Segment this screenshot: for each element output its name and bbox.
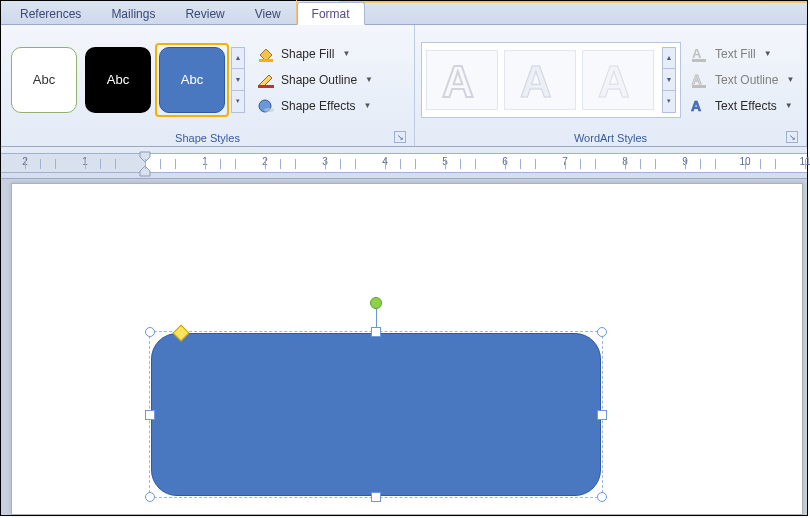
- horizontal-ruler-wrap: 2 1 1 2 3 4 5 6 7 8 9 10 11: [1, 147, 807, 179]
- ruler-tick: [175, 159, 176, 169]
- selection-outline: [149, 331, 603, 498]
- ruler-tick: [745, 159, 746, 169]
- ruler-tick: [400, 159, 401, 169]
- paint-bucket-icon: [257, 46, 275, 62]
- tab-references[interactable]: References: [5, 2, 96, 24]
- text-effects-icon: A: [691, 98, 709, 114]
- tab-format[interactable]: Format: [297, 2, 365, 25]
- shape-style-preset-1[interactable]: Abc: [11, 47, 77, 113]
- text-effects-button[interactable]: A Text Effects ▼: [687, 96, 798, 116]
- svg-text:A: A: [442, 57, 474, 106]
- resize-handle-mid-right[interactable]: [597, 410, 607, 420]
- tab-view[interactable]: View: [240, 2, 296, 24]
- resize-handle-bottom-mid[interactable]: [371, 492, 381, 502]
- tab-mailings[interactable]: Mailings: [96, 2, 170, 24]
- ruler-tick: [160, 159, 161, 169]
- ruler-tick: [520, 159, 521, 169]
- ruler-tick: [100, 159, 101, 169]
- shape-style-preset-2[interactable]: Abc: [85, 47, 151, 113]
- svg-text:A: A: [598, 57, 630, 106]
- ruler-tick: [640, 159, 641, 169]
- text-outline-label: Text Outline: [715, 73, 778, 87]
- ribbon: Abc Abc Abc ▲ ▼ ▾: [1, 25, 807, 147]
- ruler-tick: [415, 159, 416, 169]
- shape-style-preset-3[interactable]: Abc: [159, 47, 225, 113]
- ruler-tick: [685, 159, 686, 169]
- text-effects-label: Text Effects: [715, 99, 777, 113]
- wordart-scroll-up[interactable]: ▲: [662, 47, 676, 69]
- shape-style-gallery: Abc Abc Abc ▲ ▼ ▾: [7, 43, 245, 117]
- wordart-styles-dialog-launcher[interactable]: ↘: [786, 131, 798, 143]
- ruler-tick: [445, 159, 446, 169]
- text-fill-icon: A: [691, 46, 709, 62]
- svg-rect-8: [692, 59, 706, 62]
- ruler-tick: [505, 159, 506, 169]
- shape-outline-label: Shape Outline: [281, 73, 357, 87]
- wordart-gallery: A A A ▲ ▼ ▾: [421, 42, 681, 118]
- ruler-numbers: 2 1 1 2 3 4 5 6 7 8 9 10 11: [1, 156, 807, 172]
- resize-handle-bottom-right[interactable]: [597, 492, 607, 502]
- text-outline-button[interactable]: A Text Outline ▼: [687, 70, 798, 90]
- wordart-preset-2[interactable]: A: [504, 50, 576, 110]
- ruler-tick: [355, 159, 356, 169]
- svg-text:A: A: [692, 72, 702, 87]
- ruler-tick: [85, 159, 86, 169]
- dropdown-icon: ▼: [785, 101, 793, 110]
- gallery-scroll-down[interactable]: ▼: [231, 69, 245, 91]
- ruler-tick: [295, 159, 296, 169]
- resize-handle-top-left[interactable]: [145, 327, 155, 337]
- horizontal-ruler[interactable]: 2 1 1 2 3 4 5 6 7 8 9 10 11: [1, 153, 807, 173]
- group-label-shape-styles: Shape Styles ↘: [7, 130, 408, 146]
- ruler-tick: [40, 159, 41, 169]
- ruler-tick: [625, 159, 626, 169]
- ruler-tick: [265, 159, 266, 169]
- text-fill-button[interactable]: A Text Fill ▼: [687, 44, 798, 64]
- resize-handle-mid-left[interactable]: [145, 410, 155, 420]
- ruler-tick: [595, 159, 596, 169]
- shape-outline-button[interactable]: Shape Outline ▼: [253, 70, 377, 90]
- shape-fill-label: Shape Fill: [281, 47, 334, 61]
- gallery-scroll-up[interactable]: ▲: [231, 47, 245, 69]
- gallery-expand[interactable]: ▾: [231, 91, 245, 113]
- resize-handle-top-right[interactable]: [597, 327, 607, 337]
- text-outline-icon: A: [691, 72, 709, 88]
- shape-effects-button[interactable]: Shape Effects ▼: [253, 96, 377, 116]
- shape-effects-label: Shape Effects: [281, 99, 356, 113]
- ruler-tick: [220, 159, 221, 169]
- shape-style-gallery-spin: ▲ ▼ ▾: [231, 47, 245, 113]
- resize-handle-bottom-left[interactable]: [145, 492, 155, 502]
- svg-rect-1: [258, 85, 274, 88]
- ruler-tick: [580, 159, 581, 169]
- ruler-tick: [775, 159, 776, 169]
- shape-fill-button[interactable]: Shape Fill ▼: [253, 44, 377, 64]
- ruler-tick: [145, 159, 146, 169]
- contextual-tab-highlight: [339, 1, 807, 3]
- svg-point-3: [264, 108, 274, 112]
- rotate-handle[interactable]: [370, 297, 382, 309]
- shape-effects-icon: [257, 98, 275, 114]
- wordart-preset-1[interactable]: A: [426, 50, 498, 110]
- wordart-gallery-spin: ▲ ▼ ▾: [662, 47, 676, 113]
- ruler-tick: [475, 159, 476, 169]
- ruler-tick: [325, 159, 326, 169]
- ruler-tick: [205, 159, 206, 169]
- dropdown-icon: ▼: [365, 75, 373, 84]
- svg-text:A: A: [691, 98, 701, 114]
- group-label-wordart-styles: WordArt Styles ↘: [421, 130, 800, 146]
- pencil-outline-icon: [257, 72, 275, 88]
- svg-rect-0: [259, 59, 273, 62]
- shape-styles-dialog-launcher[interactable]: ↘: [394, 131, 406, 143]
- ruler-tick: [760, 159, 761, 169]
- wordart-text-menu-column: A Text Fill ▼ A Text Outline ▼: [687, 44, 798, 116]
- ruler-tick: [340, 159, 341, 169]
- wordart-expand[interactable]: ▾: [662, 91, 676, 113]
- ruler-tick: [385, 159, 386, 169]
- ruler-tick: [25, 159, 26, 169]
- selected-shape[interactable]: [151, 333, 601, 496]
- wordart-preset-3[interactable]: A: [582, 50, 654, 110]
- resize-handle-top-mid[interactable]: [371, 327, 381, 337]
- wordart-scroll-down[interactable]: ▼: [662, 69, 676, 91]
- tab-review[interactable]: Review: [170, 2, 239, 24]
- ruler-tick: [565, 159, 566, 169]
- ruler-tick: [55, 159, 56, 169]
